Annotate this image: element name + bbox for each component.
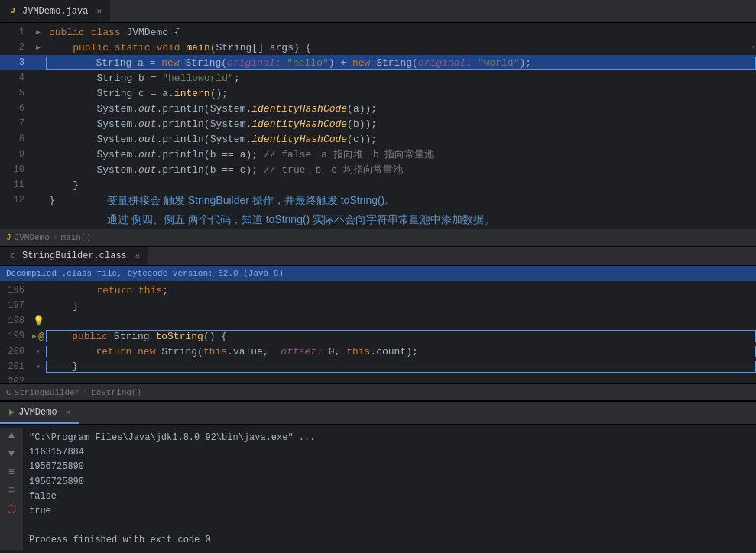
console-line-8: Process finished with exit code 0 [29, 533, 750, 548]
table-row: 4 String b = "helloworld"; [0, 70, 756, 86]
line-num-10: 10 [0, 164, 31, 175]
breadcrumb-item-main[interactable]: main() [60, 233, 91, 242]
table-row: 12 } [0, 192, 756, 208]
breadcrumb-tostring-item[interactable]: toString() [91, 388, 141, 397]
line-num-4: 4 [0, 73, 31, 83]
tab-jvmdemo[interactable]: J JVMDemo.java ✕ [0, 0, 110, 22]
line-code-196: return this; [46, 285, 756, 296]
fold-ind-201[interactable]: ▾ [36, 362, 41, 371]
tab-stringbuilder-label: StringBuilder.class [22, 251, 127, 261]
breadcrumb-top: J JVMDemo › main() [0, 229, 756, 246]
stop-icon[interactable]: ⬡ [5, 503, 18, 515]
tab-close-stringbuilder[interactable]: ✕ [135, 251, 141, 261]
bottom-content: ▲ ▼ ≡ ≡ ⬡ "C:\Program Files\Java\jdk1.8.… [0, 425, 756, 553]
console-line-1: "C:\Program Files\Java\jdk1.8.0_92\bin\j… [29, 431, 750, 445]
filter-icon[interactable]: ≡ [5, 466, 18, 478]
line-code-2: public static void main(String[] args) { [46, 42, 748, 53]
line-gutter-1: ▶ [31, 27, 46, 37]
table-row: 8 System.out.println(System.identityHash… [0, 131, 756, 147]
line-code-199: public String toString() { [46, 330, 756, 342]
code-pane-top: 1 ▶ public class JVMDemo { 2 ▶ public st… [0, 23, 756, 229]
tab-console-jvmdemo[interactable]: ▶ JVMDemo ✕ [0, 402, 79, 424]
settings-icon[interactable]: ≡ [5, 484, 18, 496]
table-row: 2 ▶ public static void main(String[] arg… [0, 40, 756, 55]
console-tab-label: JVMDemo [18, 407, 57, 418]
console-line-6: true [29, 504, 750, 519]
scroll-up-icon[interactable]: ▲ [5, 429, 18, 441]
console-line-3: 1956725890 [29, 460, 750, 474]
line-num-199: 199 [0, 331, 31, 341]
bulb-icon-198: 💡 [33, 315, 44, 327]
bottom-code-lines: 196 return this; 197 } 198 💡 199 ▶ @ pub… [0, 281, 756, 383]
line-code-6: System.out.println(System.identityHashCo… [46, 103, 756, 115]
table-row: 199 ▶ @ public String toString() { [0, 328, 756, 344]
tab-close-icon[interactable]: ✕ [96, 6, 102, 16]
table-row: 10 System.out.println(b == c); // true，b… [0, 162, 756, 177]
exec-arrow-199: ▶ [32, 331, 37, 341]
console-line-2: 1163157884 [29, 445, 750, 460]
line-code-201: } [46, 361, 756, 373]
line-num-12: 12 [0, 195, 31, 205]
line-num-6: 6 [0, 103, 31, 114]
decompiled-info-text: Decompiled .class file, bytecode version… [6, 269, 284, 278]
line-num-202: 202 [0, 377, 31, 383]
line-code-200: return new String(this.value, offset: 0,… [46, 346, 756, 357]
table-row: 5 String c = a.intern(); [0, 86, 756, 101]
line-num-200: 200 [0, 346, 31, 357]
line-code-12: } [46, 195, 756, 206]
line-code-10: System.out.println(b == c); // true，b、c … [46, 163, 756, 176]
line-code-4: String b = "helloworld"; [46, 73, 756, 84]
table-row: 3 String a = new String(original: "hello… [0, 55, 756, 70]
console-line-5: false [29, 490, 750, 504]
scroll-down-icon[interactable]: ▼ [5, 448, 18, 460]
fold-ind-200[interactable]: ▾ [36, 347, 41, 356]
fold-indicator-2[interactable]: ▾ [751, 43, 756, 52]
line-num-8: 8 [0, 134, 31, 144]
tab-jvmdemo-label: JVMDemo.java [22, 6, 88, 17]
console-line-4: 1956725890 [29, 475, 750, 490]
table-row: 202 [0, 374, 756, 383]
line-num-5: 5 [0, 88, 31, 99]
exec-arrow-1: ▶ [36, 27, 41, 37]
bottom-gutter: ▲ ▼ ≡ ≡ ⬡ [0, 428, 23, 550]
table-row: 7 System.out.println(System.identityHash… [0, 116, 756, 131]
table-row: 11 } [0, 177, 756, 192]
class-icon: C [8, 251, 18, 261]
line-code-8: System.out.println(System.identityHashCo… [46, 134, 756, 145]
breadcrumb-sb-item[interactable]: StringBuilder [15, 388, 80, 397]
line-num-9: 9 [0, 149, 31, 160]
breadcrumb-decompiled: C StringBuilder › toString() [0, 383, 756, 400]
line-code-197: } [46, 300, 756, 312]
decompiled-info: Decompiled .class file, bytecode version… [0, 266, 756, 281]
line-num-7: 7 [0, 118, 31, 129]
line-num-3: 3 [0, 57, 31, 68]
breadcrumb-item-jvmdemo[interactable]: JVMDemo [15, 233, 50, 242]
line-code-1: public class JVMDemo { [46, 27, 756, 38]
line-gutter-201: ▾ [31, 362, 46, 371]
line-code-11: } [46, 179, 756, 191]
console-line-7 [29, 519, 750, 533]
table-row: 9 System.out.println(b == a); // false，a… [0, 147, 756, 162]
line-code-7: System.out.println(System.identityHashCo… [46, 118, 756, 130]
line-code-5: String c = a.intern(); [46, 88, 756, 99]
top-code-lines: 1 ▶ public class JVMDemo { 2 ▶ public st… [0, 23, 756, 209]
bottom-tab-bar: ▶ JVMDemo ✕ [0, 402, 756, 425]
breadcrumb-sep2: › [83, 388, 88, 397]
table-row: 196 return this; [0, 283, 756, 298]
line-num-198: 198 [0, 315, 31, 326]
table-row: 6 System.out.println(System.identityHash… [0, 101, 756, 116]
line-code-9: System.out.println(b == a); // false，a 指… [46, 147, 756, 161]
line-gutter-198: 💡 [31, 315, 46, 327]
line-gutter-2: ▶ [31, 43, 46, 52]
java-icon: J [8, 6, 18, 17]
console-output: "C:\Program Files\Java\jdk1.8.0_92\bin\j… [23, 428, 756, 550]
line-code-3: String a = new String(original: "hello")… [46, 57, 756, 70]
tab-stringbuilder[interactable]: C StringBuilder.class ✕ [0, 247, 148, 265]
bottom-panel: ▶ JVMDemo ✕ ▲ ▼ ≡ ≡ ⬡ "C:\Program Files\… [0, 400, 756, 553]
breadcrumb-sep: › [53, 233, 58, 242]
code-pane-bottom: 196 return this; 197 } 198 💡 199 ▶ @ pub… [0, 281, 756, 383]
console-tab-close[interactable]: ✕ [66, 407, 71, 417]
table-row: 201 ▾ } [0, 359, 756, 374]
line-num-11: 11 [0, 179, 31, 190]
breadcrumb-icon: J [6, 233, 11, 242]
